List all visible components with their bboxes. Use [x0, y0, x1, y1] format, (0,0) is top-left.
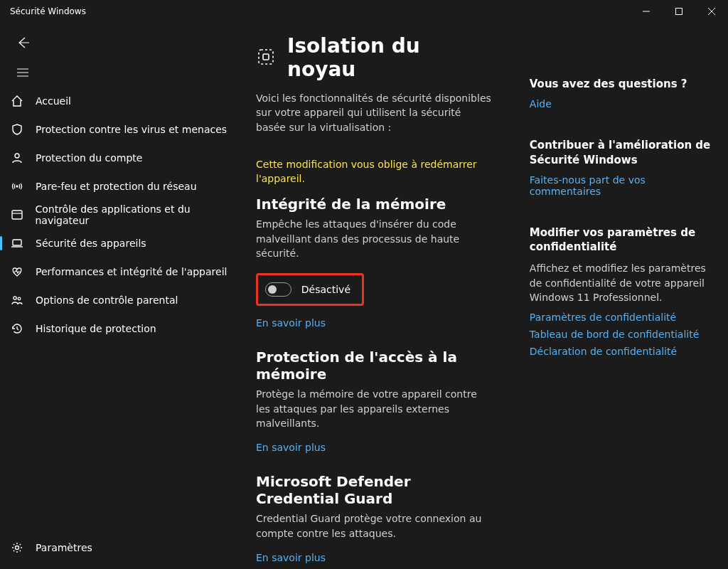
top-nav — [0, 30, 242, 85]
svg-rect-9 — [12, 211, 22, 219]
sidebar-item-label: Paramètres — [36, 542, 92, 553]
heart-icon — [10, 265, 24, 278]
memory-integrity-learn-more-link[interactable]: En savoir plus — [256, 317, 491, 329]
sidebar-item-label: Protection du compte — [36, 152, 142, 164]
toggle-state-label: Désactivé — [301, 284, 350, 295]
aside-privacy-title: Modifier vos paramètres de confidentiali… — [530, 225, 711, 255]
aside-feedback-title: Contribuer à l'amélioration de Sécurité … — [530, 138, 711, 167]
svg-point-7 — [15, 154, 19, 158]
memory-integrity-toggle[interactable] — [265, 282, 291, 297]
sidebar-item-label: Options de contrôle parental — [36, 294, 178, 306]
aside-questions: Vous avez des questions ? Aide — [530, 77, 711, 110]
privacy-settings-link[interactable]: Paramètres de confidentialité — [530, 312, 711, 323]
person-icon — [10, 151, 24, 164]
gear-icon — [10, 541, 24, 554]
main-content: Isolation du noyau Voici les fonctionnal… — [256, 34, 711, 569]
feedback-link[interactable]: Faites-nous part de vos commentaires — [530, 174, 711, 197]
memory-integrity-desc: Empêche les attaques d'insérer du code m… — [256, 217, 491, 260]
sidebar-item-account[interactable]: Protection du compte — [0, 144, 242, 172]
svg-rect-16 — [259, 50, 273, 64]
credential-guard-desc: Credential Guard protège votre connexion… — [256, 511, 491, 541]
sidebar-item-virus[interactable]: Protection contre les virus et menaces — [0, 115, 242, 144]
maximize-button[interactable] — [663, 0, 695, 23]
window-icon — [10, 208, 23, 221]
aside-privacy-desc: Affichez et modifiez les paramètres de c… — [530, 261, 711, 304]
memory-access-learn-more-link[interactable]: En savoir plus — [256, 442, 491, 453]
memory-access-desc: Protège la mémoire de votre appareil con… — [256, 387, 491, 430]
content-column: Isolation du noyau Voici les fonctionnal… — [256, 34, 491, 569]
back-button[interactable] — [9, 30, 37, 55]
sidebar-item-health[interactable]: Performances et intégrité de l'appareil — [0, 257, 242, 286]
page-description: Voici les fonctionnalités de sécurité di… — [256, 91, 491, 134]
window-controls — [630, 0, 728, 23]
laptop-icon — [10, 237, 24, 250]
sidebar-item-device-security[interactable]: Sécurité des appareils — [0, 229, 242, 257]
restart-warning: Cette modification vous oblige à redémar… — [256, 157, 491, 186]
help-link[interactable]: Aide — [530, 98, 711, 110]
antenna-icon — [10, 180, 24, 193]
memory-integrity-heading: Intégrité de la mémoire — [256, 196, 491, 213]
sidebar-item-label: Performances et intégrité de l'appareil — [36, 266, 227, 277]
hamburger-button[interactable] — [9, 60, 37, 85]
sidebar-item-settings[interactable]: Paramètres — [0, 533, 242, 562]
svg-point-15 — [16, 546, 19, 550]
aside-privacy: Modifier vos paramètres de confidentiali… — [530, 225, 711, 357]
svg-rect-1 — [676, 9, 682, 15]
shield-icon — [10, 123, 24, 136]
sidebar-item-label: Accueil — [36, 95, 71, 107]
title-bar: Sécurité Windows — [0, 0, 728, 23]
sidebar-item-label: Contrôle des applications et du navigate… — [35, 203, 242, 226]
credential-guard-learn-more-link[interactable]: En savoir plus — [256, 552, 491, 563]
window-title: Sécurité Windows — [10, 6, 86, 16]
sidebar-item-firewall[interactable]: Pare-feu et protection du réseau — [0, 172, 242, 201]
svg-rect-17 — [263, 54, 269, 60]
sidebar-item-label: Historique de protection — [36, 323, 156, 334]
home-icon — [10, 95, 24, 107]
sidebar-item-label: Pare-feu et protection du réseau — [36, 181, 197, 192]
sidebar-item-app-browser[interactable]: Contrôle des applications et du navigate… — [0, 201, 242, 229]
aside-feedback: Contribuer à l'amélioration de Sécurité … — [530, 138, 711, 197]
toggle-knob — [268, 285, 277, 294]
close-button[interactable] — [695, 0, 728, 23]
sidebar-item-label: Sécurité des appareils — [36, 238, 146, 249]
page-title: Isolation du noyau — [287, 34, 491, 81]
memory-integrity-toggle-highlight: Désactivé — [256, 273, 364, 306]
sidebar-bottom: Paramètres — [0, 533, 242, 562]
sidebar-item-family[interactable]: Options de contrôle parental — [0, 286, 242, 314]
history-icon — [10, 322, 24, 335]
aside-column: Vous avez des questions ? Aide Contribue… — [530, 34, 711, 569]
memory-access-heading: Protection de l'accès à la mémoire — [256, 349, 491, 383]
sidebar: Accueil Protection contre les virus et m… — [0, 87, 242, 343]
aside-questions-title: Vous avez des questions ? — [530, 77, 711, 91]
privacy-dashboard-link[interactable]: Tableau de bord de confidentialité — [530, 329, 711, 340]
page-header: Isolation du noyau — [256, 34, 491, 81]
core-isolation-icon — [256, 47, 276, 69]
sidebar-item-history[interactable]: Historique de protection — [0, 314, 242, 343]
svg-point-13 — [14, 297, 16, 299]
sidebar-item-label: Protection contre les virus et menaces — [36, 124, 227, 135]
family-icon — [10, 294, 24, 307]
svg-point-14 — [18, 297, 21, 300]
minimize-button[interactable] — [630, 0, 663, 23]
svg-rect-11 — [13, 240, 21, 245]
privacy-statement-link[interactable]: Déclaration de confidentialité — [530, 346, 711, 357]
sidebar-item-home[interactable]: Accueil — [0, 87, 242, 115]
svg-point-8 — [16, 186, 18, 187]
credential-guard-heading: Microsoft Defender Credential Guard — [256, 473, 491, 507]
